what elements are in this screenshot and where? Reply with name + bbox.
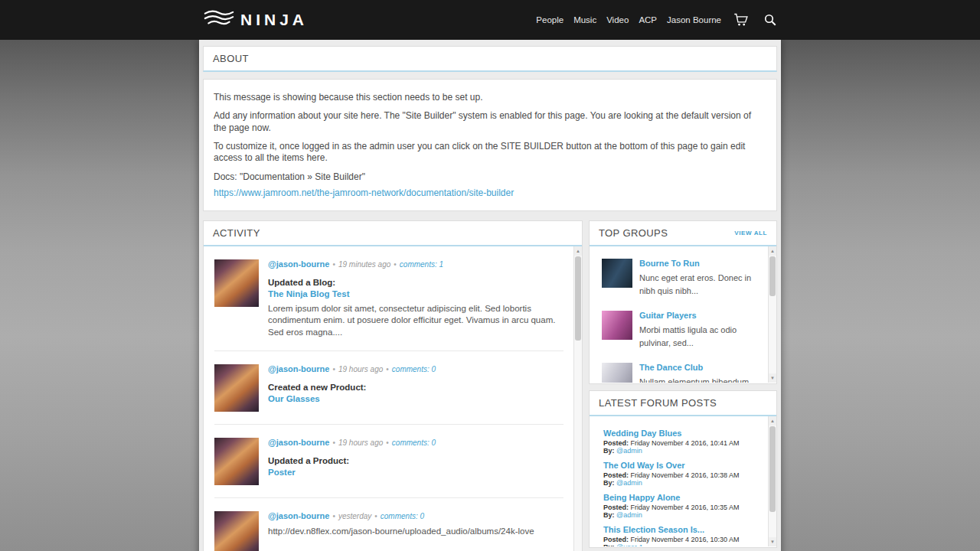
forum-post-title-link[interactable]: This Election Season Is... <box>603 525 756 534</box>
group-description: Nullam elementum bibendum <box>639 376 749 383</box>
activity-target-link[interactable]: Our Glasses <box>268 394 564 403</box>
group-item: Guitar Players Morbi mattis ligula ac od… <box>602 311 756 350</box>
site-builder-doc-link[interactable]: https://www.jamroom.net/the-jamroom-netw… <box>214 187 514 198</box>
group-image[interactable] <box>602 363 632 383</box>
timestamp: 19 hours ago <box>338 365 383 373</box>
comments-link[interactable]: comments: 0 <box>392 439 436 447</box>
activity-meta: @jason-bourne19 minutes agocomments: 1 <box>268 259 564 269</box>
separator-dot <box>383 364 392 373</box>
activity-list: @jason-bourne19 minutes agocomments: 1 U… <box>204 246 582 551</box>
brand-name: NINJA <box>240 11 308 29</box>
scrollbar-thumb[interactable] <box>575 256 581 341</box>
activity-action: Created a new Product: <box>268 383 564 392</box>
scroll-up-button[interactable] <box>574 246 582 256</box>
activity-target-link[interactable]: The Ninja Blog Test <box>268 289 564 298</box>
comments-link[interactable]: comments: 0 <box>392 365 436 373</box>
message-line-3: To customize it, once logged in as the a… <box>214 141 766 165</box>
forum-post-posted: Posted: Friday November 4 2016, 10:38 AM <box>603 471 756 479</box>
top-groups-list: Bourne To Run Nunc eget erat eros. Donec… <box>590 246 776 383</box>
scroll-up-button[interactable] <box>769 416 776 425</box>
forum-post: Being Happy Alone Posted: Friday Novembe… <box>603 493 756 519</box>
forum-posts-list: Wedding Day Blues Posted: Friday Novembe… <box>590 416 776 546</box>
user-avatar[interactable] <box>214 511 259 551</box>
nav-item-acp[interactable]: ACP <box>639 15 657 24</box>
group-item: Bourne To Run Nunc eget erat eros. Donec… <box>602 259 756 298</box>
user-handle-link[interactable]: @jason-bourne <box>268 438 329 447</box>
user-avatar[interactable] <box>214 364 259 412</box>
forum-post-title-link[interactable]: Being Happy Alone <box>603 493 756 502</box>
separator-dot <box>329 364 338 373</box>
user-handle-link[interactable]: @jason-bourne <box>268 511 329 520</box>
scroll-up-button[interactable] <box>769 246 776 256</box>
author-handle-link[interactable]: @user-1 <box>616 543 643 546</box>
group-image[interactable] <box>602 259 632 288</box>
forum-section-header: LATEST FORUM POSTS <box>590 391 776 416</box>
activity-meta: @jason-bourneyesterdaycomments: 0 <box>268 511 564 521</box>
cart-icon[interactable] <box>731 12 751 28</box>
separator-dot <box>371 511 381 520</box>
forum-scrollbar[interactable] <box>768 416 776 546</box>
activity-body-text: http://dev.n8flex.com/jason-bourne/uploa… <box>268 526 564 537</box>
activity-scrollbar[interactable] <box>573 246 582 551</box>
main-content-column: ABOUT This message is showing because th… <box>199 40 781 551</box>
user-avatar[interactable] <box>214 259 259 307</box>
nav-item-video[interactable]: Video <box>606 15 629 24</box>
group-item: The Dance Club Nullam elementum bibendum <box>602 363 756 383</box>
comments-link[interactable]: comments: 1 <box>400 260 443 269</box>
timestamp: yesterday <box>338 512 371 520</box>
group-name-link[interactable]: Bourne To Run <box>639 259 756 268</box>
group-image[interactable] <box>602 311 632 340</box>
activity-item: @jason-bourne19 minutes agocomments: 1 U… <box>214 246 564 350</box>
forum-title: LATEST FORUM POSTS <box>599 397 717 409</box>
scrollbar-thumb[interactable] <box>769 426 776 512</box>
activity-panel: ACTIVITY @jason-bourne19 minutes agocomm… <box>203 220 583 551</box>
main-nav: People Music Video ACP Jason Bourne <box>536 12 779 28</box>
user-avatar[interactable] <box>214 438 259 485</box>
scroll-down-button[interactable] <box>769 373 776 383</box>
forum-post: The Old Way Is Over Posted: Friday Novem… <box>603 461 756 487</box>
forum-post: This Election Season Is... Posted: Frida… <box>603 525 756 546</box>
nav-item-music[interactable]: Music <box>573 15 596 24</box>
site-builder-message: This message is showing because this sec… <box>203 79 777 211</box>
top-groups-panel: TOP GROUPS VIEW ALL Bourne To Run Nunc e… <box>589 220 777 384</box>
site-logo[interactable]: NINJA <box>204 8 308 32</box>
separator-dot <box>390 259 400 269</box>
author-handle-link[interactable]: @admin <box>616 447 642 455</box>
separator-dot <box>383 438 392 447</box>
author-handle-link[interactable]: @admin <box>616 511 642 519</box>
forum-post-title-link[interactable]: The Old Way Is Over <box>603 461 756 470</box>
scroll-down-button[interactable] <box>769 537 776 546</box>
activity-item: @jason-bourneyesterdaycomments: 0 http:/… <box>214 497 564 551</box>
activity-action: Updated a Product: <box>268 456 564 465</box>
activity-section-header: ACTIVITY <box>204 221 582 246</box>
activity-meta: @jason-bourne19 hours agocomments: 0 <box>268 364 564 374</box>
forum-post-title-link[interactable]: Wedding Day Blues <box>603 429 756 438</box>
group-name-link[interactable]: Guitar Players <box>639 311 756 320</box>
activity-target-link[interactable]: Poster <box>268 468 564 477</box>
nav-item-people[interactable]: People <box>536 15 564 24</box>
user-handle-link[interactable]: @jason-bourne <box>268 259 329 269</box>
message-line-2: Add any information about your site here… <box>214 110 766 134</box>
nav-item-user[interactable]: Jason Bourne <box>667 15 721 24</box>
top-groups-view-all-link[interactable]: VIEW ALL <box>734 230 767 236</box>
forum-post-author: By: @admin <box>603 447 756 455</box>
comments-link[interactable]: comments: 0 <box>381 512 424 520</box>
scrollbar-thumb[interactable] <box>769 256 776 296</box>
separator-dot <box>329 438 338 447</box>
separator-dot <box>329 259 338 269</box>
top-navigation-bar: NINJA People Music Video ACP Jason Bourn… <box>0 0 980 40</box>
top-groups-scrollbar[interactable] <box>768 246 776 383</box>
forum-post-author: By: @user-1 <box>603 543 756 546</box>
forum-post-posted: Posted: Friday November 4 2016, 10:41 AM <box>603 439 756 447</box>
ninja-waves-icon <box>204 8 234 32</box>
group-description: Nunc eget erat eros. Donec in nibh quis … <box>639 272 756 298</box>
about-section-header: ABOUT <box>203 46 777 72</box>
search-icon[interactable] <box>761 13 779 27</box>
activity-title: ACTIVITY <box>213 227 260 239</box>
user-handle-link[interactable]: @jason-bourne <box>268 364 329 373</box>
timestamp: 19 minutes ago <box>338 260 390 269</box>
top-groups-title: TOP GROUPS <box>599 227 668 239</box>
activity-body-text: Lorem ipsum dolor sit amet, consectetur … <box>268 303 564 338</box>
author-handle-link[interactable]: @admin <box>616 479 642 487</box>
group-name-link[interactable]: The Dance Club <box>639 363 749 372</box>
